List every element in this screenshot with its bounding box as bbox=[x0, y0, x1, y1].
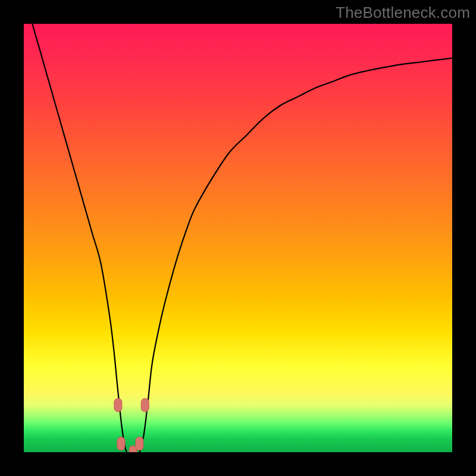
watermark-text: TheBottleneck.com bbox=[336, 4, 470, 22]
curve-marker bbox=[117, 437, 125, 450]
chart-frame: TheBottleneck.com bbox=[0, 0, 476, 476]
plot-area bbox=[24, 24, 452, 452]
curve-marker bbox=[114, 399, 122, 412]
curve-marker bbox=[141, 399, 149, 412]
curve-marker bbox=[136, 437, 143, 450]
bottleneck-curve bbox=[24, 24, 452, 452]
